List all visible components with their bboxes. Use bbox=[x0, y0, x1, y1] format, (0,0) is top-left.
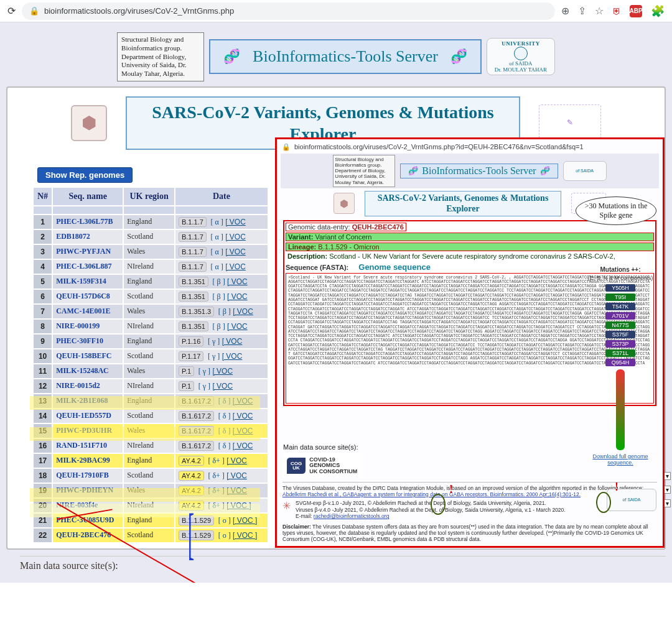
row-index: 9 bbox=[33, 334, 52, 349]
show-rep-genomes-button[interactable]: Show Rep. genomes bbox=[37, 167, 133, 183]
mutation-badge[interactable]: T547K bbox=[605, 303, 635, 310]
voc-link[interactable]: [ VOC bbox=[222, 337, 243, 346]
voc-link[interactable]: [ VOC bbox=[225, 247, 246, 256]
voc-link[interactable]: [ VOC bbox=[233, 307, 253, 316]
overlay-univ-badge: of SAIDA bbox=[563, 161, 607, 181]
row-index: 10 bbox=[33, 349, 52, 364]
region-cell: Scotland bbox=[123, 229, 175, 244]
shield-icon[interactable]: ⛨ bbox=[612, 6, 621, 16]
sequence-link[interactable]: EDB18072 bbox=[52, 229, 123, 244]
mutation-badge[interactable]: S375F bbox=[605, 331, 635, 338]
cog-uk-logo[interactable]: COGUK COVID-19 GENOMICS UK CONSORTIUM bbox=[283, 453, 361, 478]
row-index: 22 bbox=[33, 528, 52, 543]
table-row: 2EDB18072ScotlandB.1.1.7 [ α ] [ VOC bbox=[33, 229, 268, 244]
lineage-cell: AY.4.2 [ δ+ ] [ VOC bbox=[175, 468, 268, 483]
mutation-badge[interactable]: A701V bbox=[605, 312, 635, 320]
zoom-icon[interactable]: ⊕ bbox=[561, 5, 569, 17]
row-index: 17 bbox=[33, 453, 52, 468]
row-index: 2 bbox=[33, 229, 52, 244]
share-icon[interactable]: ⇪ bbox=[578, 5, 586, 17]
sequence-link[interactable]: QEUH-1ED557D bbox=[52, 409, 123, 423]
sequence-link[interactable]: PHEC-L306L77B bbox=[52, 215, 123, 229]
voc-link[interactable]: [ VOC bbox=[226, 456, 247, 465]
reload-icon[interactable]: ⟳ bbox=[7, 5, 16, 17]
voc-link[interactable]: [ VOC bbox=[225, 233, 246, 241]
sequence-link[interactable]: PHEC-30FF10 bbox=[52, 334, 123, 349]
lineage-cell: B.1.351 [ β ] [ VOC bbox=[175, 289, 268, 304]
mutation-bar-icon bbox=[616, 369, 625, 450]
sequence-link[interactable]: PHWC-PYFJAN bbox=[52, 244, 123, 259]
table-row: 10QEUH-158BEFCScotlandP.1.17 [ γ ] [ VOC bbox=[33, 349, 268, 364]
voc-link[interactable]: [ VOC ] bbox=[233, 531, 257, 540]
table-row: 11MILK-15248ACWalesP.1 [ γ ] [ VOC bbox=[33, 364, 268, 379]
genome-detail-overlay: 🔒 bioinformaticstools.org/viruses/CoV-2_… bbox=[275, 137, 665, 548]
lineage-cell: B.1.1.7 [ α ] [ VOC bbox=[175, 259, 268, 274]
mutation-badge[interactable]: T95I bbox=[605, 293, 635, 301]
overlay-title: SARS-CoV-2 Variants, Genomes & Mutations… bbox=[365, 191, 562, 216]
region-cell: Scotland bbox=[123, 468, 175, 483]
table-row: 6QEUH-157D6C8ScotlandB.1.351 [ β ] [ VOC bbox=[33, 289, 268, 304]
download-genome-link[interactable]: Download full genome sequence. bbox=[583, 453, 658, 466]
sequence-link[interactable]: QEUH-17910FB bbox=[52, 468, 123, 483]
sequence-link[interactable]: MILK-29BAC99 bbox=[52, 453, 123, 468]
table-row: 4PHEC-L306L887NIrelandB.1.1.7 [ α ] [ VO… bbox=[33, 259, 268, 274]
region-cell: NIreland bbox=[123, 319, 175, 334]
sequence-link[interactable]: MILK-159F314 bbox=[52, 274, 123, 289]
sequence-link[interactable]: CAMC-14E001E bbox=[52, 304, 123, 319]
sequence-link[interactable]: MILK-15248AC bbox=[52, 364, 123, 379]
lineage-cell: P.1 [ γ ] [ VOC bbox=[175, 364, 268, 379]
dna-icon: 🧬 bbox=[540, 166, 550, 176]
page-url: bioinformaticstools.org/viruses/CoV-2_Vr… bbox=[44, 6, 234, 16]
dna-icon: 🧬 bbox=[408, 166, 418, 176]
row-index: 6 bbox=[33, 289, 52, 304]
voc-link[interactable]: [ VOC bbox=[227, 277, 248, 286]
voc-link[interactable]: [ VOC bbox=[227, 292, 248, 301]
lineage-cell: B.1.617.2 [ δ ] [ VOC bbox=[175, 409, 268, 423]
lock-icon: 🔒 bbox=[29, 6, 39, 16]
table-row: 5MILK-159F314EnglandB.1.351 [ β ] [ VOC bbox=[33, 274, 268, 289]
sequence-link[interactable]: PHEC-L306L887 bbox=[52, 259, 123, 274]
region-cell: NIreland bbox=[123, 259, 175, 274]
sequence-link[interactable]: NIRE-000199 bbox=[52, 319, 123, 334]
table-row: 8NIRE-000199NIrelandB.1.351 [ β ] [ VOC bbox=[33, 319, 268, 334]
bracket-icon: [ bbox=[188, 502, 194, 566]
url-field[interactable]: 🔒 bioinformaticstools.org/viruses/CoV-2_… bbox=[22, 2, 555, 20]
sequence-link[interactable]: QEUH-158BEFC bbox=[52, 349, 123, 364]
mutation-badge[interactable]: N477S bbox=[605, 321, 635, 329]
extensions-icon[interactable]: 🧩 bbox=[651, 4, 665, 18]
mutation-badge[interactable]: S371L bbox=[605, 349, 635, 357]
main-panel: ⬢ SARS-CoV-2 Variants, Genomes & Mutatio… bbox=[6, 86, 666, 550]
voc-link[interactable]: [ VOC bbox=[227, 322, 248, 331]
region-cell: England bbox=[123, 215, 175, 229]
voc-link[interactable]: [ VOC bbox=[212, 367, 233, 376]
mutation-badge[interactable]: Y505H bbox=[605, 284, 635, 292]
mutation-badge[interactable]: Q954H bbox=[605, 359, 635, 366]
lineage-cell: B.1.1.7 [ α ] [ VOC bbox=[175, 215, 268, 229]
sequence-link[interactable]: QEUH-157D6C8 bbox=[52, 289, 123, 304]
region-cell: Scotland bbox=[123, 289, 175, 304]
voc-link[interactable]: [ VOC bbox=[233, 441, 253, 450]
mutation-badge[interactable]: S373P bbox=[605, 340, 635, 348]
reference-link[interactable]: Abdelkrim Rachedi et al., GABAagent: a s… bbox=[282, 491, 581, 497]
col-n: N# bbox=[33, 187, 52, 206]
abp-icon[interactable]: ABP bbox=[630, 5, 642, 17]
col-seq: Seq. name bbox=[52, 187, 123, 206]
voc-link[interactable]: [ VOC bbox=[225, 218, 246, 226]
table-row: 3PHWC-PYFJANWalesB.1.1.7 [ α ] [ VOC bbox=[33, 244, 268, 259]
region-cell: Wales bbox=[123, 304, 175, 319]
voc-link[interactable]: [ VOC bbox=[212, 382, 233, 390]
star-icon[interactable]: ☆ bbox=[595, 5, 604, 17]
voc-link[interactable]: [ VOC ] bbox=[233, 516, 257, 525]
voc-link[interactable]: [ VOC bbox=[226, 471, 247, 480]
table-row: 7CAMC-14E001EWalesB.1.351.3 [ β ] [ VOC bbox=[33, 304, 268, 319]
region-cell: Scotland bbox=[123, 349, 175, 364]
lineage-cell: B.1.351 [ β ] [ VOC bbox=[175, 319, 268, 334]
sequence-link[interactable]: NIRE-0015d2 bbox=[52, 379, 123, 394]
email-link[interactable]: rachedi@bioinformaticstools.org bbox=[314, 513, 390, 519]
voc-link[interactable]: [ VOC bbox=[222, 352, 243, 361]
voc-link[interactable]: [ VOC bbox=[225, 262, 246, 271]
lineage-cell: B.1.1.7 [ α ] [ VOC bbox=[175, 229, 268, 244]
voc-link[interactable]: [ VOC bbox=[233, 412, 253, 420]
lock-icon: 🔒 bbox=[282, 143, 291, 151]
row-index: 12 bbox=[33, 379, 52, 394]
